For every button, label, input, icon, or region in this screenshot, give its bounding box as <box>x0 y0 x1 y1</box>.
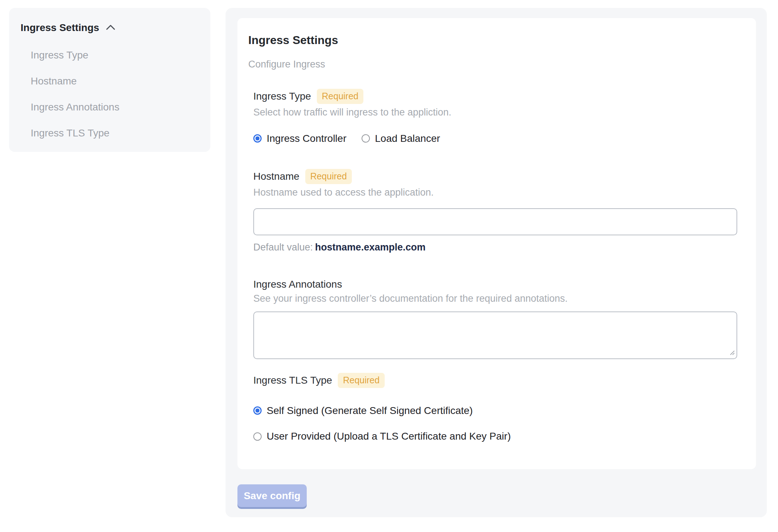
ingress-settings-panel: Ingress Settings Configure Ingress Ingre… <box>226 8 767 517</box>
sidebar-item-ingress-tls-type[interactable]: Ingress TLS Type <box>31 127 200 139</box>
sidebar-item-list: Ingress Type Hostname Ingress Annotation… <box>31 49 200 139</box>
radio-option-ingress-controller[interactable]: Ingress Controller <box>253 132 346 145</box>
settings-sidebar: Ingress Settings Ingress Type Hostname I… <box>9 8 210 152</box>
section-hostname-header: Hostname Required <box>253 169 738 184</box>
sidebar-section-toggle[interactable]: Ingress Settings <box>21 22 200 34</box>
radio-unselected-icon[interactable] <box>362 134 370 143</box>
ingress-annotations-textarea[interactable] <box>253 311 737 359</box>
hostname-default-value: Default value:hostname.example.com <box>253 242 738 253</box>
field-label-ingress-tls-type: Ingress TLS Type <box>253 374 332 387</box>
section-ingress-annotations-header: Ingress Annotations <box>253 278 738 291</box>
chevron-up-icon <box>106 24 115 32</box>
radio-option-user-provided[interactable]: User Provided (Upload a TLS Certificate … <box>253 430 738 442</box>
sidebar-item-ingress-annotations[interactable]: Ingress Annotations <box>31 101 200 113</box>
resize-handle-icon[interactable] <box>729 349 735 357</box>
form-sections: Ingress Type Required Select how traffic… <box>253 89 738 442</box>
required-badge: Required <box>338 373 384 388</box>
field-description-hostname: Hostname used to access the application. <box>253 187 738 198</box>
radio-selected-icon[interactable] <box>253 134 262 143</box>
sidebar-section-title: Ingress Settings <box>21 22 99 34</box>
ingress-type-radio-group: Ingress Controller Load Balancer <box>253 132 738 145</box>
section-ingress-type: Ingress Type Required Select how traffic… <box>253 89 738 144</box>
section-ingress-type-header: Ingress Type Required <box>253 89 738 104</box>
page-subtitle: Configure Ingress <box>248 58 738 70</box>
hostname-input[interactable] <box>253 208 737 235</box>
field-label-hostname: Hostname <box>253 170 300 183</box>
required-badge: Required <box>305 169 352 184</box>
radio-selected-icon[interactable] <box>253 406 262 415</box>
save-config-button[interactable]: Save config <box>237 484 307 507</box>
sidebar-item-ingress-type[interactable]: Ingress Type <box>31 49 200 61</box>
field-description-ingress-type: Select how traffic will ingress to the a… <box>253 106 738 118</box>
field-label-ingress-type: Ingress Type <box>253 90 311 103</box>
radio-option-load-balancer[interactable]: Load Balancer <box>362 132 440 145</box>
page-title: Ingress Settings <box>248 33 738 47</box>
required-badge: Required <box>317 89 363 104</box>
section-ingress-tls-type-header: Ingress TLS Type Required <box>253 373 738 388</box>
field-description-ingress-annotations: See your ingress controller’s documentat… <box>253 293 738 304</box>
ingress-settings-card: Ingress Settings Configure Ingress Ingre… <box>237 18 756 469</box>
sidebar-item-hostname[interactable]: Hostname <box>31 75 200 87</box>
section-ingress-tls-type: Ingress TLS Type Required Self Signed (G… <box>253 373 738 442</box>
radio-option-self-signed[interactable]: Self Signed (Generate Self Signed Certif… <box>253 405 738 417</box>
field-label-ingress-annotations: Ingress Annotations <box>253 278 342 291</box>
radio-unselected-icon[interactable] <box>253 432 262 441</box>
section-hostname: Hostname Required Hostname used to acces… <box>253 169 738 253</box>
section-ingress-annotations: Ingress Annotations See your ingress con… <box>253 278 738 359</box>
